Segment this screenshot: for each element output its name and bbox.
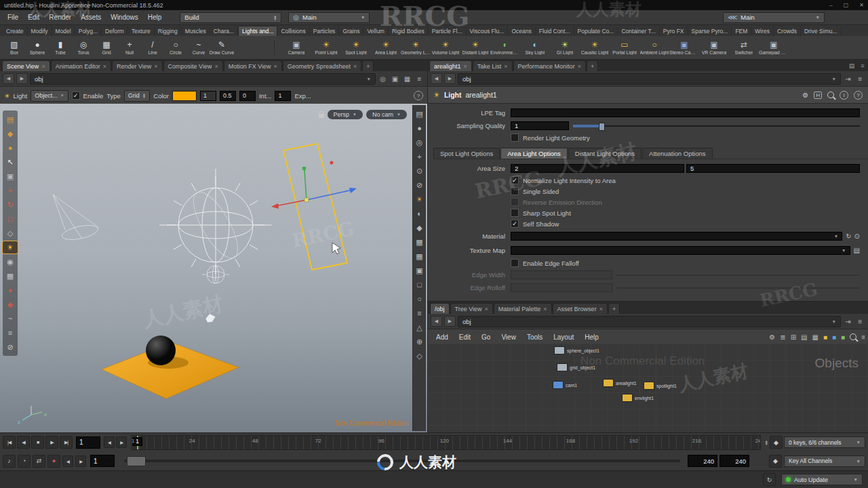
shelf-tab-populate-co[interactable]: Populate Co...: [574, 26, 618, 36]
ruler-icon[interactable]: ≡: [413, 307, 426, 319]
close-tab-icon[interactable]: ×: [274, 63, 277, 70]
wire-style-icon[interactable]: ■: [841, 333, 845, 341]
gear-icon[interactable]: ⚙: [802, 92, 808, 99]
chevron-down-icon[interactable]: ▼: [842, 248, 846, 253]
jump-to-start-button[interactable]: |◀: [3, 436, 16, 449]
intensity-input[interactable]: 1: [275, 91, 291, 101]
shelf-tool-portal-light[interactable]: ▭Portal Light: [610, 40, 639, 55]
net-tab-material-palette[interactable]: Material Palette×: [494, 303, 552, 314]
points-icon[interactable]: ⊙: [413, 165, 426, 177]
tab-take-list[interactable]: Take List×: [473, 60, 513, 71]
lock-selection-icon[interactable]: ▣: [3, 170, 18, 182]
snapshot-icon[interactable]: ○: [413, 293, 426, 305]
color-palette-icon[interactable]: ■: [823, 333, 827, 341]
tree-list-icon[interactable]: ≣: [780, 333, 785, 341]
scope-channels-icon[interactable]: ◆: [770, 436, 783, 449]
node-arealight1[interactable]: arealight1: [603, 379, 637, 387]
shelf-tool-vr-camera[interactable]: ▣VR Camera: [699, 40, 729, 55]
color-b-input[interactable]: 0: [239, 91, 256, 101]
param-tab-distant-light-options[interactable]: Distant Light Options: [568, 148, 642, 159]
close-tab-icon[interactable]: ×: [353, 63, 357, 70]
backface-icon[interactable]: ⊘: [413, 179, 426, 191]
pane-split-icon[interactable]: ▤: [846, 62, 857, 69]
snap-tool-icon[interactable]: ◆: [3, 127, 18, 140]
select-arrow-icon[interactable]: ↖: [3, 156, 18, 168]
object-selector[interactable]: Object... ▼: [31, 90, 68, 102]
projection-selector[interactable]: Persp ▼: [328, 110, 363, 119]
close-tab-icon[interactable]: ×: [214, 63, 218, 70]
step-back-button[interactable]: ◀: [17, 436, 30, 449]
enable-checkbox[interactable]: [72, 92, 80, 100]
close-tab-icon[interactable]: ×: [464, 63, 467, 70]
shelf-tool-tube[interactable]: ▮Tube: [49, 40, 72, 55]
pane-options-icon[interactable]: ≡: [855, 75, 865, 83]
camera-lock-icon[interactable]: [319, 114, 324, 118]
textures-icon[interactable]: ▦: [413, 236, 426, 248]
shelf-tool-icon[interactable]: ≡: [3, 327, 18, 339]
maximize-button[interactable]: ▢: [844, 2, 849, 8]
tab-arealight1[interactable]: arealight1×: [429, 60, 472, 71]
grid-icon[interactable]: ▦: [413, 250, 426, 262]
camera-icon[interactable]: ▣: [390, 75, 400, 83]
shelf-tool-sky-light[interactable]: ◐Sky Light: [520, 40, 550, 55]
stop-button[interactable]: ■: [31, 436, 44, 449]
close-tab-icon[interactable]: ×: [154, 63, 157, 70]
area-size-y-input[interactable]: 5: [686, 164, 860, 173]
light-type-selector[interactable]: Grid ▲▼: [124, 90, 150, 102]
normalize-intensity-checkbox[interactable]: [511, 176, 519, 184]
shelf-tab-sparse-pyro[interactable]: Sparse Pyro...: [688, 26, 732, 36]
shelf-tab-fem[interactable]: FEM: [732, 26, 751, 36]
self-shadow-checkbox[interactable]: [511, 220, 519, 228]
camera-selector[interactable]: No cam ▼: [366, 110, 407, 119]
back-arrow-icon[interactable]: ◀: [431, 316, 442, 327]
shelf-tab-crowds[interactable]: Crowds: [774, 26, 801, 36]
shelf-tab-polyg[interactable]: Polyg...: [75, 26, 102, 36]
find-node-icon[interactable]: [850, 333, 856, 340]
scene-path-input[interactable]: obj ▼: [30, 73, 376, 85]
snapshot-icon[interactable]: ◎: [378, 75, 388, 83]
node-spotlight1[interactable]: spotlight1: [644, 382, 677, 390]
frame-all-icon[interactable]: □: [413, 279, 426, 291]
dot-tool-icon[interactable]: ●: [3, 142, 18, 154]
net-tab-tree-view[interactable]: Tree View×: [450, 303, 493, 314]
play-button[interactable]: ▶: [45, 436, 58, 449]
prev-keyframe-button[interactable]: ◀|: [104, 436, 115, 448]
shelf-tab-rigid-bodies[interactable]: Rigid Bodies: [389, 26, 429, 36]
render-light-geometry-checkbox[interactable]: [511, 134, 519, 142]
sharp-spot-light-checkbox[interactable]: [511, 209, 519, 217]
current-frame-input[interactable]: 1: [76, 436, 100, 449]
tab-motion-fx-view[interactable]: Motion FX View×: [224, 60, 282, 71]
param-tab-area-light-options[interactable]: Area Light Options: [500, 148, 568, 159]
param-tab-attenuation-options[interactable]: Attenuation Options: [642, 148, 712, 159]
loop-mode-icon[interactable]: ⇄: [33, 455, 45, 468]
shelf-tab-drive-simu[interactable]: Drive Simu...: [801, 26, 842, 36]
normals-icon[interactable]: +: [413, 150, 426, 163]
area-size-x-input[interactable]: 2: [511, 164, 684, 173]
color-g-input[interactable]: 0.5: [220, 91, 236, 101]
range-start-input[interactable]: 1: [90, 455, 115, 467]
shelf-tool-volume-light[interactable]: ☀Volume Light: [431, 40, 460, 55]
sampling-quality-slider[interactable]: [573, 121, 860, 130]
single-sided-checkbox[interactable]: [511, 187, 519, 195]
shelf-tab-particles[interactable]: Particles: [310, 26, 340, 36]
shelf-tool-point-light[interactable]: ☀Point Light: [311, 40, 341, 55]
shelf-tool-geometry-light[interactable]: ☀Geometry Light: [401, 40, 431, 55]
param-tab-spot-light-options[interactable]: Spot Light Options: [433, 148, 500, 159]
info-icon[interactable]: ⊕: [413, 336, 426, 348]
new-tab-button[interactable]: +: [608, 303, 620, 314]
shelf-tab-particle-fl[interactable]: Particle Fl...: [429, 26, 467, 36]
sampling-quality-input[interactable]: 1: [511, 121, 569, 130]
tab-render-view[interactable]: Render View×: [112, 60, 163, 71]
network-canvas[interactable]: sphere_object1grid_object1cam1arealight1…: [428, 344, 868, 432]
shelf-tool-torus[interactable]: ◎Torus: [72, 40, 95, 55]
transform-gizmo[interactable]: [271, 161, 357, 209]
close-tab-icon[interactable]: ×: [485, 306, 488, 312]
file-chooser-icon[interactable]: ▤: [854, 247, 860, 254]
shade-mode-icon[interactable]: ●: [413, 122, 426, 134]
chevron-down-icon[interactable]: ▼: [834, 234, 838, 239]
shelf-tab-lights-and[interactable]: Lights and...: [238, 26, 277, 36]
cook-mode-icon[interactable]: ↻: [763, 473, 776, 486]
materials-icon[interactable]: ◆: [413, 222, 426, 234]
tab-composite-view[interactable]: Composite View×: [163, 60, 223, 71]
translate-tool-icon[interactable]: +: [3, 184, 18, 197]
